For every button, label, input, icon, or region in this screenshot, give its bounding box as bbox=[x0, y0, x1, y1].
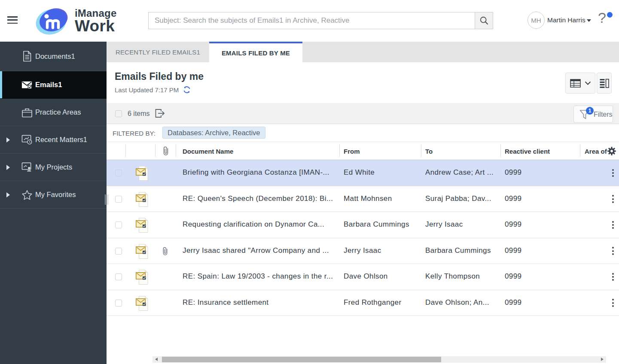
horizontal-scrollbar-thumb[interactable] bbox=[162, 357, 441, 362]
table-row[interactable]: RE: Insurance settlement Fred Rothganger… bbox=[107, 290, 619, 316]
logo-product-text: Work bbox=[75, 18, 116, 34]
row-checkbox[interactable] bbox=[115, 196, 122, 203]
filters-button[interactable]: 1 Filters bbox=[573, 106, 613, 123]
email-document-icon bbox=[136, 192, 149, 209]
sidebar-item-my-projects[interactable]: My Projects bbox=[0, 154, 107, 181]
expand-caret-icon[interactable] bbox=[6, 165, 10, 170]
briefcase-icon bbox=[21, 107, 33, 118]
expand-caret-icon[interactable] bbox=[6, 137, 10, 143]
export-icon bbox=[155, 109, 165, 118]
sidebar-item-practice-areas[interactable]: Practice Areas bbox=[0, 99, 107, 126]
cell-from: Matt Mohnsen bbox=[344, 194, 422, 203]
cell-to: Suraj Pabba; Dav... bbox=[425, 194, 502, 203]
row-menu-button[interactable] bbox=[610, 245, 616, 257]
email-check-icon bbox=[21, 79, 33, 91]
cell-document-name[interactable]: RE: Insurance settlement bbox=[183, 298, 336, 307]
preview-panel-button[interactable] bbox=[597, 73, 612, 94]
imanage-logo-icon bbox=[35, 7, 70, 35]
app-logo: iManage Work bbox=[35, 7, 116, 35]
avatar-initials: MH bbox=[531, 17, 541, 24]
cell-from: Dave Ohlson bbox=[344, 272, 422, 281]
export-button[interactable] bbox=[155, 109, 165, 119]
column-settings-button[interactable] bbox=[607, 146, 616, 157]
cell-reactive-client: 0999 bbox=[505, 220, 556, 229]
sidebar-item-label: My Favorites bbox=[35, 191, 76, 199]
email-document-icon bbox=[136, 270, 149, 287]
sidebar-scrollbar-thumb[interactable] bbox=[105, 194, 106, 205]
refresh-icon[interactable] bbox=[183, 86, 191, 94]
email-list: Briefing with Georgiana Costanza [IMAN-.… bbox=[107, 160, 619, 316]
cell-document-name[interactable]: RE: Spain: Law 19/2003 - changes in the … bbox=[183, 272, 336, 281]
tab-bar: RECENTLY FILED EMAILS1 EMAILS FILED BY M… bbox=[107, 42, 619, 62]
column-header-name[interactable]: Document Name bbox=[183, 148, 233, 155]
row-checkbox[interactable] bbox=[115, 248, 122, 255]
table-row[interactable]: Jerry Isaac shared "Arrow Company and ..… bbox=[107, 238, 619, 264]
page-title: Emails Filed by me bbox=[115, 71, 204, 82]
tab-emails-filed-by-me[interactable]: EMAILS FILED BY ME bbox=[209, 42, 302, 62]
search-button[interactable] bbox=[475, 12, 493, 29]
column-header-from[interactable]: From bbox=[344, 148, 360, 155]
column-header-to[interactable]: To bbox=[425, 148, 433, 155]
hamburger-menu-button[interactable] bbox=[7, 16, 18, 26]
column-header-client[interactable]: Reactive client bbox=[505, 148, 550, 155]
cell-to: Dave Ohlson; An... bbox=[425, 298, 502, 307]
table-row[interactable]: RE: Spain: Law 19/2003 - changes in the … bbox=[107, 264, 619, 290]
filter-chip-databases[interactable]: Databases: Archive, Reactive bbox=[162, 127, 265, 139]
sidebar-item-label: Emails1 bbox=[35, 81, 62, 89]
row-checkbox[interactable] bbox=[115, 221, 122, 228]
cell-document-name[interactable]: Briefing with Georgiana Costanza [IMAN-.… bbox=[183, 168, 336, 177]
cell-from: Ed White bbox=[344, 168, 422, 177]
row-menu-button[interactable] bbox=[610, 219, 616, 231]
sidebar-item-label: Documents1 bbox=[35, 52, 75, 61]
table-header: Document Name From To Reactive client Ar… bbox=[107, 142, 619, 160]
filtered-by-bar: FILTERED BY: Databases: Archive, Reactiv… bbox=[107, 124, 619, 142]
sidebar-item-my-favorites[interactable]: My Favorites bbox=[0, 181, 107, 209]
cell-to: Barbara Cummings bbox=[425, 246, 502, 255]
email-document-icon bbox=[136, 244, 149, 261]
column-header-area[interactable]: Area of bbox=[585, 148, 607, 155]
cell-document-name[interactable]: Requesting clarification on Dynamor Ca..… bbox=[183, 220, 336, 229]
horizontal-scrollbar[interactable] bbox=[152, 356, 606, 363]
row-menu-button[interactable] bbox=[610, 193, 616, 205]
project-person-icon bbox=[21, 162, 33, 173]
sidebar-item-documents1[interactable]: Documents1 bbox=[0, 42, 107, 71]
main-area: RECENTLY FILED EMAILS1 EMAILS FILED BY M… bbox=[107, 42, 619, 364]
row-checkbox[interactable] bbox=[115, 273, 122, 280]
table-row[interactable]: Briefing with Georgiana Costanza [IMAN-.… bbox=[107, 160, 619, 186]
side-panel-icon bbox=[600, 79, 609, 88]
sidebar-item-label: My Projects bbox=[35, 163, 72, 171]
attachment-column-icon[interactable] bbox=[163, 146, 169, 158]
paperclip-icon bbox=[163, 146, 169, 156]
row-checkbox[interactable] bbox=[115, 300, 122, 306]
tab-recently-filed-emails1[interactable]: RECENTLY FILED EMAILS1 bbox=[107, 42, 209, 62]
sidebar-item-emails1[interactable]: Emails1 bbox=[0, 71, 107, 99]
sidebar-item-recent-matters1[interactable]: Recent Matters1 bbox=[0, 126, 107, 154]
cell-from: Jerry Isaac bbox=[344, 246, 422, 255]
scroll-right-arrow-icon[interactable] bbox=[601, 358, 604, 361]
row-menu-button[interactable] bbox=[610, 297, 616, 309]
cell-document-name[interactable]: RE: Queen's Speech (December 2018): Bi..… bbox=[183, 194, 336, 203]
list-scrollbar-thumb[interactable] bbox=[107, 194, 108, 205]
search-input[interactable] bbox=[148, 12, 475, 29]
user-menu[interactable]: Martin Harris bbox=[547, 16, 585, 24]
select-all-checkbox[interactable] bbox=[115, 110, 122, 117]
table-row[interactable]: RE: Queen's Speech (December 2018): Bi..… bbox=[107, 186, 619, 212]
chevron-down-icon[interactable] bbox=[587, 19, 591, 22]
table-view-icon bbox=[570, 79, 581, 88]
cell-from: Barbara Cummings bbox=[344, 220, 422, 229]
row-checkbox[interactable] bbox=[115, 170, 122, 176]
view-selector-button[interactable] bbox=[565, 73, 595, 94]
cell-to: Andrew Case; Art ... bbox=[425, 168, 502, 177]
user-avatar[interactable]: MH bbox=[528, 12, 545, 29]
notification-dot bbox=[607, 12, 613, 18]
email-document-icon bbox=[136, 218, 149, 235]
cell-document-name[interactable]: Jerry Isaac shared "Arrow Company and ..… bbox=[183, 246, 336, 255]
row-menu-button[interactable] bbox=[610, 167, 616, 179]
help-button[interactable]: ? bbox=[598, 11, 614, 28]
table-row[interactable]: Requesting clarification on Dynamor Ca..… bbox=[107, 212, 619, 238]
expand-caret-icon[interactable] bbox=[6, 192, 10, 197]
scroll-left-arrow-icon[interactable] bbox=[155, 358, 158, 361]
hamburger-icon bbox=[7, 16, 18, 18]
email-document-icon bbox=[136, 296, 149, 313]
row-menu-button[interactable] bbox=[610, 271, 616, 283]
